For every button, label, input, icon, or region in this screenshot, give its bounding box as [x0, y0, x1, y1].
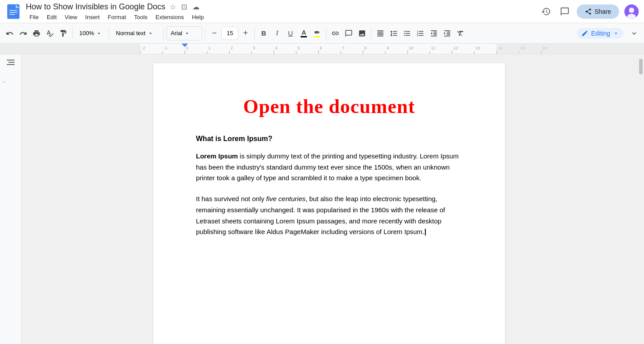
move-button[interactable]: ⊡ [180, 2, 188, 12]
menu-insert[interactable]: Insert [82, 13, 103, 21]
editing-mode-button[interactable]: Editing [577, 28, 624, 39]
text-style-dropdown[interactable]: Normal text [112, 26, 161, 40]
svg-text:13: 13 [476, 46, 480, 51]
svg-text:11: 11 [431, 46, 436, 51]
menu-extensions[interactable]: Extensions [152, 13, 187, 21]
text-color-indicator: A [301, 29, 307, 37]
document-subheading[interactable]: What is Lorem Ipsum? [196, 135, 462, 143]
title-right: Share [539, 4, 639, 19]
divider-1 [72, 28, 73, 39]
italic-text: five centuries [266, 195, 306, 202]
share-label: Share [595, 8, 611, 15]
alignment-button[interactable] [374, 26, 387, 40]
svg-text:4: 4 [275, 46, 277, 51]
italic-button[interactable]: I [271, 26, 283, 40]
svg-text:5: 5 [298, 46, 300, 51]
increase-indent-button[interactable] [441, 26, 453, 40]
menu-edit[interactable]: Edit [43, 13, 60, 21]
print-button[interactable] [30, 26, 43, 40]
svg-point-7 [629, 8, 634, 13]
document-heading[interactable]: Open the document [196, 95, 462, 119]
menu-help[interactable]: Help [188, 13, 208, 21]
paragraph-2[interactable]: It has survived not only five centuries,… [196, 194, 462, 238]
increase-fontsize-button[interactable]: + [239, 26, 252, 40]
underline-button[interactable]: U [284, 26, 297, 40]
menu-tools[interactable]: Tools [130, 13, 151, 21]
image-button[interactable] [356, 26, 368, 40]
page-container[interactable]: Open the document What is Lorem Ipsum? L… [21, 54, 637, 344]
outline-line-1 [7, 60, 15, 61]
comment-add-button[interactable] [342, 26, 355, 40]
divider-3 [163, 28, 164, 39]
spellcheck-button[interactable] [44, 26, 56, 40]
right-scrollbar[interactable] [637, 54, 644, 344]
title-row: How to Show Invisibles in Google Docs ☆ … [26, 2, 539, 12]
main-area: 1 Open the document What is Lorem Ipsum?… [0, 54, 644, 344]
zoom-label: 100% [79, 30, 94, 36]
vertical-page-numbers: 1 [0, 54, 7, 344]
svg-text:0: 0 [186, 46, 188, 51]
svg-rect-5 [9, 14, 15, 15]
expand-toolbar-button[interactable] [628, 26, 640, 40]
font-size-input[interactable]: 15 [221, 27, 238, 40]
svg-text:9: 9 [387, 46, 389, 51]
title-bar: How to Show Invisibles in Google Docs ☆ … [0, 0, 644, 23]
text-cursor [425, 229, 426, 235]
star-button[interactable]: ☆ [169, 2, 177, 12]
title-info: How to Show Invisibles in Google Docs ☆ … [26, 2, 539, 21]
left-sidebar: 1 [0, 54, 21, 344]
para2-start: It has survived not only [196, 195, 266, 202]
bold-button[interactable]: B [257, 26, 270, 40]
document-page[interactable]: Open the document What is Lorem Ipsum? L… [153, 63, 505, 344]
scrollbar-thumb[interactable] [639, 59, 643, 74]
svg-rect-3 [9, 10, 17, 11]
redo-button[interactable] [17, 26, 29, 40]
text-color-bar [301, 36, 307, 37]
clear-format-button[interactable] [454, 26, 467, 40]
highlight-bar [314, 36, 320, 37]
paint-format-button[interactable] [57, 26, 69, 40]
font-dropdown[interactable]: Arial [167, 26, 202, 40]
numbered-list-button[interactable] [414, 26, 427, 40]
avatar[interactable] [624, 4, 639, 19]
editing-mode-label: Editing [591, 30, 610, 37]
menu-file[interactable]: File [26, 13, 42, 21]
ruler: -2 -1 0 1 2 3 4 5 6 7 8 9 10 [0, 44, 644, 54]
menu-view[interactable]: View [61, 13, 81, 21]
page-number-label: 1 [2, 81, 6, 83]
svg-text:-1: -1 [164, 46, 167, 51]
highlight-indicator: ✏ [314, 29, 320, 37]
svg-rect-49 [0, 44, 140, 54]
cloud-button[interactable]: ☁ [192, 2, 200, 12]
divider-4 [205, 28, 205, 39]
divider-5 [254, 28, 255, 39]
svg-text:12: 12 [453, 46, 458, 51]
decrease-indent-button[interactable] [428, 26, 440, 40]
link-button[interactable] [329, 26, 342, 40]
text-style-label: Normal text [116, 30, 145, 36]
history-button[interactable] [539, 5, 553, 18]
docs-icon [5, 4, 21, 20]
svg-text:1: 1 [208, 46, 211, 51]
doc-title[interactable]: How to Show Invisibles in Google Docs [26, 2, 165, 12]
highlight-button[interactable]: ✏ [311, 26, 323, 40]
svg-text:-2: -2 [142, 46, 145, 51]
menu-format[interactable]: Format [104, 13, 130, 21]
divider-7 [371, 28, 371, 39]
svg-text:2: 2 [231, 46, 233, 51]
svg-text:7: 7 [342, 46, 344, 51]
divider-2 [109, 28, 109, 39]
paragraph-1[interactable]: Lorem Ipsum is simply dummy text of the … [196, 151, 462, 184]
outline-line-3 [7, 64, 15, 65]
zoom-dropdown[interactable]: 100% [75, 26, 106, 40]
svg-rect-4 [9, 12, 17, 12]
bullet-list-button[interactable] [401, 26, 413, 40]
share-button[interactable]: Share [577, 4, 619, 19]
text-color-button[interactable]: A [298, 26, 310, 40]
decrease-fontsize-button[interactable]: − [208, 26, 220, 40]
divider-6 [326, 28, 326, 39]
line-spacing-button[interactable] [387, 26, 400, 40]
undo-button[interactable] [4, 26, 16, 40]
comment-button[interactable] [558, 5, 571, 18]
toolbar: 100% Normal text Arial − 15 + B I U A ✏ [0, 23, 644, 44]
